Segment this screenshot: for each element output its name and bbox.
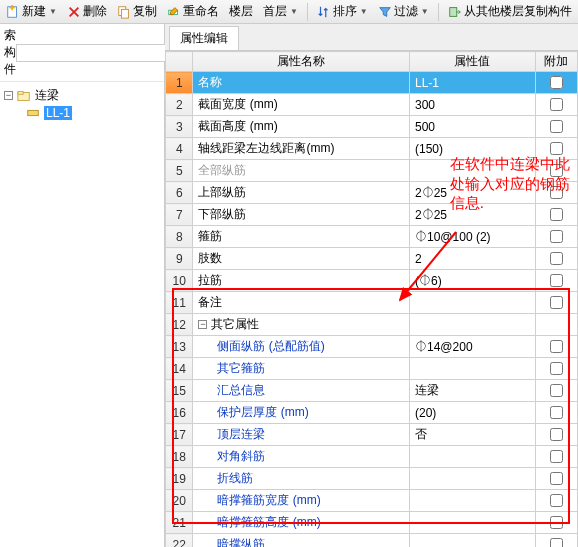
property-value-cell[interactable]: 2⏀25 [410, 182, 536, 204]
table-row[interactable]: 5全部纵筋 [166, 160, 578, 182]
property-value-cell[interactable] [410, 292, 536, 314]
property-name-cell[interactable]: 截面高度 (mm) [193, 116, 410, 138]
delete-button[interactable]: 删除 [63, 1, 111, 22]
extra-checkbox[interactable] [550, 164, 563, 177]
table-row[interactable]: 18对角斜筋 [166, 446, 578, 468]
sort-button[interactable]: 排序▼ [313, 1, 372, 22]
extra-checkbox[interactable] [550, 274, 563, 287]
property-name-cell[interactable]: 对角斜筋 [193, 446, 410, 468]
table-row[interactable]: 15汇总信息连梁 [166, 380, 578, 402]
property-name-cell[interactable]: 暗撑箍筋宽度 (mm) [193, 490, 410, 512]
property-value-cell[interactable] [410, 468, 536, 490]
property-value-cell[interactable] [410, 160, 536, 182]
property-name-cell[interactable]: 保护层厚度 (mm) [193, 402, 410, 424]
property-value-cell[interactable]: LL-1 [410, 72, 536, 94]
property-value-cell[interactable]: 2 [410, 248, 536, 270]
copy-button[interactable]: 复制 [113, 1, 161, 22]
property-value-cell[interactable]: 300 [410, 94, 536, 116]
table-row[interactable]: 20暗撑箍筋宽度 (mm) [166, 490, 578, 512]
table-row[interactable]: 12−其它属性 [166, 314, 578, 336]
table-row[interactable]: 10拉筋(⏀6) [166, 270, 578, 292]
table-row[interactable]: 3截面高度 (mm)500 [166, 116, 578, 138]
extra-checkbox[interactable] [550, 230, 563, 243]
property-name-cell[interactable]: 名称 [193, 72, 410, 94]
table-row[interactable]: 2截面宽度 (mm)300 [166, 94, 578, 116]
extra-checkbox[interactable] [550, 472, 563, 485]
extra-checkbox[interactable] [550, 142, 563, 155]
extra-checkbox[interactable] [550, 186, 563, 199]
property-name-cell[interactable]: 箍筋 [193, 226, 410, 248]
table-row[interactable]: 11备注 [166, 292, 578, 314]
property-name-cell[interactable]: 轴线距梁左边线距离(mm) [193, 138, 410, 160]
property-name-cell[interactable]: 汇总信息 [193, 380, 410, 402]
extra-checkbox[interactable] [550, 384, 563, 397]
extra-checkbox[interactable] [550, 494, 563, 507]
table-row[interactable]: 6上部纵筋2⏀25 [166, 182, 578, 204]
property-value-cell[interactable] [410, 314, 536, 336]
property-value-cell[interactable]: ⏀10@100 (2) [410, 226, 536, 248]
search-input[interactable] [16, 44, 174, 62]
property-name-cell[interactable]: −其它属性 [193, 314, 410, 336]
property-value-cell[interactable]: 连梁 [410, 380, 536, 402]
extra-checkbox[interactable] [550, 406, 563, 419]
extra-checkbox[interactable] [550, 76, 563, 89]
filter-button[interactable]: 过滤▼ [374, 1, 433, 22]
property-name-cell[interactable]: 备注 [193, 292, 410, 314]
rename-button[interactable]: 重命名 [163, 1, 223, 22]
property-value-cell[interactable] [410, 534, 536, 548]
property-name-cell[interactable]: 肢数 [193, 248, 410, 270]
table-row[interactable]: 13侧面纵筋 (总配筋值)⏀14@200 [166, 336, 578, 358]
table-row[interactable]: 21暗撑箍筋高度 (mm) [166, 512, 578, 534]
property-value-cell[interactable]: 2⏀25 [410, 204, 536, 226]
new-button[interactable]: 新建▼ [2, 1, 61, 22]
collapse-icon[interactable]: − [4, 91, 13, 100]
property-name-cell[interactable]: 顶层连梁 [193, 424, 410, 446]
property-name-cell[interactable]: 暗撑纵筋 [193, 534, 410, 548]
property-value-cell[interactable]: (20) [410, 402, 536, 424]
table-row[interactable]: 16保护层厚度 (mm)(20) [166, 402, 578, 424]
extra-checkbox[interactable] [550, 296, 563, 309]
top-floor-button[interactable]: 首层▼ [259, 1, 302, 22]
extra-checkbox[interactable] [550, 120, 563, 133]
extra-checkbox[interactable] [550, 428, 563, 441]
property-name-cell[interactable]: 暗撑箍筋高度 (mm) [193, 512, 410, 534]
floor-button[interactable]: 楼层 [225, 1, 257, 22]
property-name-cell[interactable]: 侧面纵筋 (总配筋值) [193, 336, 410, 358]
table-row[interactable]: 7下部纵筋2⏀25 [166, 204, 578, 226]
table-row[interactable]: 9肢数2 [166, 248, 578, 270]
property-name-cell[interactable]: 折线筋 [193, 468, 410, 490]
tree-root-node[interactable]: − 连梁 [2, 86, 162, 105]
extra-checkbox[interactable] [550, 340, 563, 353]
tree-child-node[interactable]: LL-1 [2, 105, 162, 121]
property-value-cell[interactable]: ⏀14@200 [410, 336, 536, 358]
extra-checkbox[interactable] [550, 538, 563, 547]
collapse-icon[interactable]: − [198, 320, 207, 329]
property-name-cell[interactable]: 其它箍筋 [193, 358, 410, 380]
property-name-cell[interactable]: 拉筋 [193, 270, 410, 292]
property-value-cell[interactable]: (⏀6) [410, 270, 536, 292]
property-name-cell[interactable]: 上部纵筋 [193, 182, 410, 204]
property-value-cell[interactable]: (150) [410, 138, 536, 160]
property-value-cell[interactable]: 否 [410, 424, 536, 446]
table-row[interactable]: 4轴线距梁左边线距离(mm)(150) [166, 138, 578, 160]
table-row[interactable]: 17顶层连梁否 [166, 424, 578, 446]
property-value-cell[interactable] [410, 490, 536, 512]
tab-property-editor[interactable]: 属性编辑 [169, 26, 239, 50]
property-name-cell[interactable]: 截面宽度 (mm) [193, 94, 410, 116]
table-row[interactable]: 19折线筋 [166, 468, 578, 490]
copy-from-other-button[interactable]: 从其他楼层复制构件 [444, 1, 576, 22]
property-name-cell[interactable]: 全部纵筋 [193, 160, 410, 182]
property-value-cell[interactable] [410, 446, 536, 468]
extra-checkbox[interactable] [550, 208, 563, 221]
table-row[interactable]: 14其它箍筋 [166, 358, 578, 380]
extra-checkbox[interactable] [550, 98, 563, 111]
extra-checkbox[interactable] [550, 362, 563, 375]
extra-checkbox[interactable] [550, 450, 563, 463]
table-row[interactable]: 1名称LL-1 [166, 72, 578, 94]
property-value-cell[interactable] [410, 358, 536, 380]
extra-checkbox[interactable] [550, 516, 563, 529]
property-name-cell[interactable]: 下部纵筋 [193, 204, 410, 226]
table-row[interactable]: 8箍筋⏀10@100 (2) [166, 226, 578, 248]
table-row[interactable]: 22暗撑纵筋 [166, 534, 578, 548]
property-value-cell[interactable] [410, 512, 536, 534]
